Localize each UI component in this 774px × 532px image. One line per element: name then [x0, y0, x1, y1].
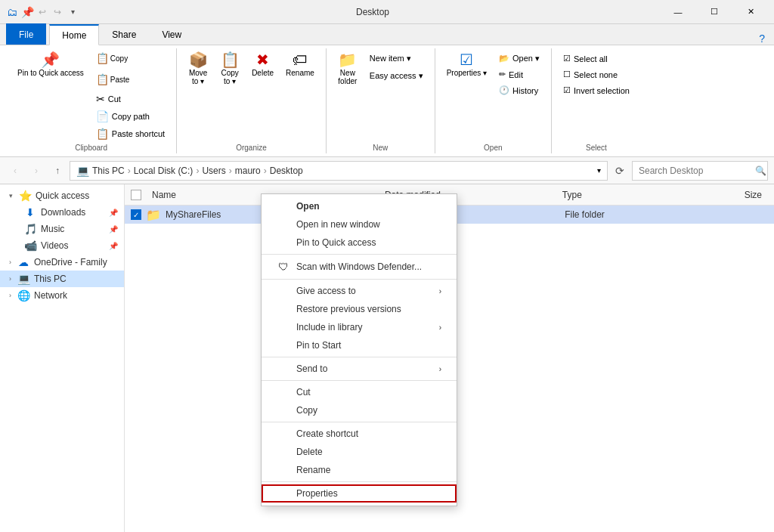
ctx-access-arrow: › [439, 287, 441, 295]
minimize-button[interactable]: — [661, 0, 695, 24]
maximize-button[interactable]: ☐ [697, 0, 732, 24]
title-bar-icons: 🗂 📌 ↩ ↪ ▾ [6, 6, 79, 18]
refresh-button[interactable]: ⟳ [611, 162, 629, 180]
ctx-pin-label: Pin to Quick access [296, 237, 441, 248]
sidebar-item-onedrive[interactable]: › ☁ OneDrive - Family [0, 254, 124, 271]
tab-file[interactable]: File [6, 23, 46, 45]
history-button[interactable]: 🕐 History [494, 83, 545, 97]
sidebar-item-network[interactable]: › 🌐 Network [0, 287, 124, 304]
paste-shortcut-icon: 📋 [96, 128, 109, 140]
invert-icon: ☑ [563, 85, 571, 95]
music-icon: 🎵 [24, 223, 36, 235]
network-icon: 🌐 [17, 289, 29, 302]
ctx-new-window-label: Open in new window [296, 219, 441, 230]
copy-to-button[interactable]: 📋 Copyto ▾ [215, 48, 245, 89]
path-sep-2: › [196, 165, 199, 176]
easy-access-button[interactable]: Easy access ▾ [364, 69, 429, 83]
clipboard-label: Clipboard [12, 142, 170, 153]
main-area: ▾ ⭐ Quick access ⬇ Downloads 📌 🎵 Music 📌… [0, 184, 774, 532]
new-folder-button[interactable]: 📁 Newfolder [333, 48, 363, 89]
ctx-copy[interactable]: Copy [262, 401, 457, 419]
new-label: New [333, 142, 429, 153]
path-mauro: mauro [235, 165, 261, 176]
ctx-cut[interactable]: Cut [262, 383, 457, 401]
tab-home[interactable]: Home [49, 24, 99, 45]
ctx-create-shortcut[interactable]: Create shortcut [262, 425, 457, 443]
up-button[interactable]: ↑ [48, 162, 67, 180]
ctx-pin-start[interactable]: Pin to Start [262, 336, 457, 354]
search-box[interactable]: 🔍 [632, 161, 768, 181]
file-checkbox[interactable]: ✓ [131, 209, 141, 220]
ctx-include-library[interactable]: Include in library › [262, 318, 457, 336]
path-this-pc: This PC [92, 165, 125, 176]
col-header-size[interactable]: Size [679, 190, 768, 200]
forward-button[interactable]: › [27, 162, 45, 180]
ctx-scan-defender[interactable]: 🛡 Scan with Windows Defender... [262, 257, 457, 277]
ctx-properties[interactable]: Properties [262, 484, 457, 503]
search-input[interactable] [639, 165, 752, 176]
close-button[interactable]: ✕ [733, 0, 768, 24]
ctx-defender-icon: 🛡 [277, 261, 290, 273]
expand-icon: ▾ [9, 192, 13, 200]
pin-indicator-videos: 📌 [109, 242, 118, 250]
copy-path-button[interactable]: 📄 Copy path [91, 108, 170, 125]
select-all-button[interactable]: ☑ Select all [558, 51, 635, 66]
ctx-send-to[interactable]: Send to › [262, 360, 457, 378]
paste-shortcut-button[interactable]: 📋 Paste shortcut [91, 125, 170, 142]
pin-indicator: 📌 [109, 209, 118, 217]
properties-button[interactable]: ☑ Properties ▾ [441, 48, 492, 81]
header-checkbox[interactable] [131, 190, 141, 200]
path-sep-1: › [128, 165, 131, 176]
ctx-open-new-window[interactable]: Open in new window [262, 215, 457, 234]
paste-button[interactable]: 📋 Paste [91, 70, 170, 89]
tab-view[interactable]: View [149, 23, 194, 45]
tab-share[interactable]: Share [99, 23, 149, 45]
title-bar: 🗂 📌 ↩ ↪ ▾ Desktop — ☐ ✕ [0, 0, 774, 24]
open-button[interactable]: 📂 Open ▾ [494, 51, 545, 66]
edit-button[interactable]: ✏ Edit [494, 67, 545, 82]
address-path[interactable]: 💻 This PC › Local Disk (C:) › Users › ma… [70, 161, 608, 181]
select-none-button[interactable]: ☐ Select none [558, 67, 635, 82]
ctx-sep-6 [262, 481, 457, 482]
ctx-send-label: Send to [296, 363, 433, 374]
help-icon[interactable]: ? [759, 32, 765, 45]
sidebar-item-music[interactable]: 🎵 Music 📌 [15, 221, 124, 237]
path-desktop: Desktop [270, 165, 303, 176]
sidebar-item-this-pc[interactable]: › 💻 This PC [0, 271, 124, 287]
pin-quick-access-button[interactable]: 📌 Pin to Quick access [12, 48, 89, 82]
path-sep-4: › [264, 165, 267, 176]
ctx-restore-versions[interactable]: Restore previous versions [262, 300, 457, 318]
ctx-give-access[interactable]: Give access to › [262, 282, 457, 300]
ctx-open[interactable]: Open [262, 197, 457, 215]
ctx-cut-label: Cut [296, 387, 441, 397]
move-to-button[interactable]: 📦 Moveto ▾ [183, 48, 213, 89]
organize-buttons: 📦 Moveto ▾ 📋 Copyto ▾ ✖ Delete 🏷 Rename [183, 48, 320, 142]
onedrive-label: OneDrive - Family [34, 257, 107, 268]
cut-button[interactable]: ✂ Cut [91, 91, 170, 107]
ctx-rename[interactable]: Rename [262, 461, 457, 479]
delete-button[interactable]: ✖ Delete [246, 48, 279, 81]
open-buttons: ☑ Properties ▾ 📂 Open ▾ ✏ Edit 🕐 History [441, 48, 545, 142]
sidebar: ▾ ⭐ Quick access ⬇ Downloads 📌 🎵 Music 📌… [0, 184, 125, 532]
select-all-icon: ☑ [563, 54, 571, 63]
copy-button[interactable]: 📋 Copy [91, 48, 170, 68]
history-icon: 🕐 [499, 85, 509, 95]
back-button[interactable]: ‹ [6, 162, 24, 180]
sidebar-item-videos[interactable]: 📹 Videos 📌 [15, 237, 124, 254]
undo-icon: ↩ [36, 6, 48, 18]
sidebar-item-quick-access[interactable]: ▾ ⭐ Quick access [0, 187, 124, 204]
edit-icon: ✏ [499, 70, 506, 79]
path-dropdown-icon[interactable]: ▾ [597, 166, 601, 175]
new-item-button[interactable]: New item ▾ [364, 51, 429, 66]
select-buttons: ☑ Select all ☐ Select none ☑ Invert sele… [558, 48, 635, 142]
path-sep-3: › [229, 165, 232, 176]
col-header-type[interactable]: Type [556, 190, 679, 200]
rename-button[interactable]: 🏷 Rename [280, 48, 320, 81]
ctx-pin-quick-access[interactable]: Pin to Quick access [262, 234, 457, 252]
invert-selection-button[interactable]: ☑ Invert selection [558, 83, 635, 97]
ctx-delete[interactable]: Delete [262, 443, 457, 461]
quick-access-icon: ⭐ [19, 190, 31, 202]
ribbon-group-select: ☑ Select all ☐ Select none ☑ Invert sele… [552, 48, 641, 153]
network-expand-icon: › [9, 292, 11, 299]
sidebar-item-downloads[interactable]: ⬇ Downloads 📌 [15, 204, 124, 221]
